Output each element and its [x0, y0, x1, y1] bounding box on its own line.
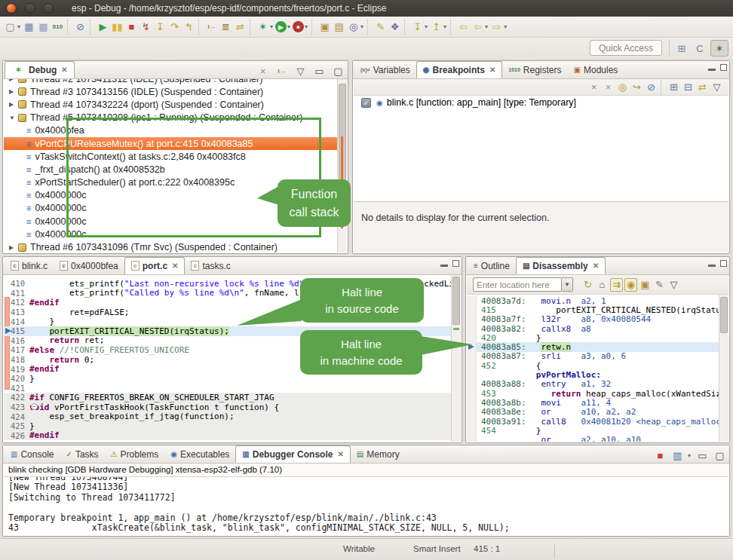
tab-executables[interactable]: ◉Executables — [164, 445, 235, 463]
stack-frame-row[interactable]: ≡_frxt_dispatch() at 0x4008532b — [4, 163, 337, 176]
breakpoint-row[interactable]: ✓◉blink.c [function: app_main] [type: Te… — [354, 96, 728, 109]
twisty-expanded-icon[interactable]: ▼ — [9, 115, 17, 121]
refresh-icon[interactable]: ↻ — [581, 278, 594, 292]
show-source-icon[interactable]: ◉ — [624, 278, 637, 292]
tab-registers[interactable]: 1010Registers — [502, 61, 567, 78]
debug-perspective-icon[interactable]: ✶ — [710, 40, 728, 57]
console-output[interactable]: [New Thread 1073468744][New Thread 10734… — [4, 476, 728, 535]
breakpoint-checkbox[interactable]: ✓ — [361, 98, 371, 108]
tab-variables[interactable]: (x)=Variables — [354, 61, 416, 78]
back-icon[interactable]: ⇦ — [471, 20, 484, 34]
forward-icon[interactable]: ⇨ — [490, 20, 503, 34]
new-project-icon[interactable]: ▣ — [318, 20, 331, 34]
terminate-icon[interactable]: ■ — [125, 20, 138, 34]
maximize-icon[interactable]: ▢ — [713, 448, 726, 462]
go-to-file-icon[interactable]: ↪ — [630, 81, 643, 94]
expand-all-icon[interactable]: ⊞ — [667, 81, 680, 94]
twisty-collapsed-icon[interactable]: ▶ — [9, 79, 17, 82]
collapse-all-icon[interactable]: ⊟ — [682, 81, 695, 94]
save-all-icon[interactable]: ▩ — [37, 20, 50, 34]
thread-row[interactable]: ▶Thread #6 1073431096 (Tmr Svc) (Suspend… — [4, 240, 337, 252]
pin-view-icon[interactable]: ✎ — [653, 278, 666, 292]
skip-all-breakpoints-icon[interactable]: ⊘ — [74, 20, 87, 34]
back-to-port-c-icon[interactable]: ⇦ — [457, 20, 470, 34]
minimize-icon[interactable] — [440, 265, 448, 267]
stack-frame-row[interactable]: ≡0x4000bfea — [4, 124, 337, 137]
location-input[interactable]: Enter location here — [473, 277, 562, 292]
thread-row[interactable]: ▶Thread #4 1073432224 (dport) (Suspended… — [4, 98, 337, 111]
view-menu-icon[interactable]: ▽ — [710, 81, 723, 94]
stack-frame-row[interactable]: ≡vPortCPUReleaseMutex() at port.c:415 0x… — [4, 137, 337, 150]
mark-occurrences-icon[interactable]: ✎ — [374, 20, 387, 34]
run-dropdown[interactable]: ▾ — [287, 23, 290, 30]
tab-problems[interactable]: ⚠Problems — [105, 445, 165, 463]
close-icon[interactable]: ✕ — [61, 66, 67, 74]
new-wizard-dropdown[interactable]: ▾ — [17, 23, 20, 30]
editor-scrollbar[interactable] — [451, 275, 461, 442]
new-wizard-icon[interactable]: ▢ — [4, 20, 17, 34]
maximize-icon[interactable] — [452, 260, 459, 267]
annotation-preferences-icon[interactable]: ❖ — [388, 20, 401, 34]
back-dropdown[interactable]: ▾ — [485, 23, 488, 30]
close-icon[interactable]: ✕ — [337, 450, 343, 458]
thread-row[interactable]: ▼Thread #5 1073410208 (ipc1 : Running) (… — [4, 112, 337, 124]
use-step-filters-icon[interactable]: ⇌ — [234, 20, 247, 34]
step-return-icon[interactable]: ↰ — [182, 20, 195, 34]
window-maximize-button[interactable] — [43, 3, 54, 14]
stack-frame-row[interactable]: ≡vTaskSwitchContext() at tasks.c:2,846 0… — [4, 150, 337, 163]
view-menu-icon[interactable]: ▽ — [294, 64, 307, 78]
close-icon[interactable]: ✕ — [593, 262, 599, 270]
debug-dropdown[interactable]: ▾ — [270, 23, 273, 30]
show-view-when-suspended-icon[interactable]: ≣ — [219, 20, 232, 34]
quick-access-button[interactable]: Quick Access — [590, 40, 662, 56]
minimize-icon[interactable]: ▭ — [313, 64, 326, 78]
debug-icon[interactable]: ✶ — [256, 20, 269, 34]
toggle-binary-icon[interactable]: 010 — [51, 20, 64, 34]
close-icon[interactable]: ✕ — [489, 66, 495, 74]
display-selected-console-icon[interactable]: ▥ — [671, 448, 684, 462]
twisty-collapsed-icon[interactable]: ▶ — [9, 101, 17, 108]
terminate-console-icon[interactable]: ■ — [654, 448, 667, 462]
instruction-stepping-mode-icon[interactable]: i→ — [275, 64, 288, 78]
tab-memory[interactable]: ▤Memory — [351, 445, 406, 463]
resume-icon[interactable]: ▶ — [97, 20, 109, 34]
home-icon[interactable]: ⌂ — [596, 278, 609, 292]
disassembly-scrollbar[interactable] — [719, 295, 728, 442]
profile-dropdown[interactable]: ▾ — [305, 23, 308, 30]
tab-blink-c[interactable]: cblink.c — [5, 257, 54, 274]
go-to-last-edit-icon[interactable]: ↥ — [430, 20, 443, 34]
open-new-view-icon[interactable]: ▣ — [639, 278, 652, 292]
tab-tasks-c[interactable]: ctasks.c — [185, 257, 236, 274]
tab-0x4000bfea[interactable]: c0x4000bfea — [54, 257, 124, 274]
thread-row[interactable]: ▶Thread #3 1073413156 (IDLE) (Suspended … — [4, 85, 337, 98]
maximize-icon[interactable] — [720, 260, 727, 267]
profile-icon[interactable]: ● — [293, 21, 304, 32]
tab-console[interactable]: ▥Console — [5, 445, 60, 463]
suspend-icon[interactable]: ▮▮ — [111, 20, 124, 34]
open-element-icon[interactable]: ▤ — [333, 20, 345, 34]
cpp-perspective-icon[interactable]: C — [691, 40, 709, 57]
minimize-icon[interactable] — [708, 69, 716, 71]
show-supported-breakpoints-icon[interactable]: ◎ — [616, 81, 629, 94]
go-to-last-edit-dropdown[interactable]: ▾ — [443, 23, 446, 30]
link-with-debug-view-icon[interactable]: ⇄ — [696, 81, 709, 94]
follow-pc-icon[interactable]: ⇉ — [610, 278, 623, 292]
close-icon[interactable]: ✕ — [172, 262, 178, 270]
minimize-icon[interactable] — [708, 265, 716, 267]
twisty-collapsed-icon[interactable]: ▶ — [9, 244, 17, 251]
tab-debugger-console[interactable]: ▥Debugger Console✕ — [235, 445, 351, 463]
maximize-icon[interactable]: ▢ — [332, 64, 345, 78]
tab-breakpoints[interactable]: ◉Breakpoints✕ — [416, 61, 502, 78]
tab-tasks[interactable]: ✓Tasks — [60, 445, 104, 463]
last-edit-location-icon[interactable]: ↧ — [411, 20, 424, 34]
remove-all-icon[interactable]: × — [602, 81, 615, 94]
fold-collapse-icon[interactable]: − — [31, 403, 38, 410]
disassembly-area[interactable]: 40083a7d: movi.n a2, 1415 portEXIT_CRITI… — [467, 295, 719, 442]
search-dropdown[interactable]: ▾ — [360, 23, 363, 30]
remove-selected-icon[interactable]: × — [587, 81, 600, 94]
tab-outline[interactable]: ≡Outline — [468, 257, 516, 274]
tab-modules[interactable]: ▣Modules — [568, 61, 624, 78]
thread-row[interactable]: ▶Thread #2 1073411312 (IDLE) (Suspended … — [4, 79, 337, 85]
view-menu-icon[interactable]: ▽ — [667, 278, 680, 292]
tab-port-c[interactable]: cport.c✕ — [124, 257, 186, 274]
